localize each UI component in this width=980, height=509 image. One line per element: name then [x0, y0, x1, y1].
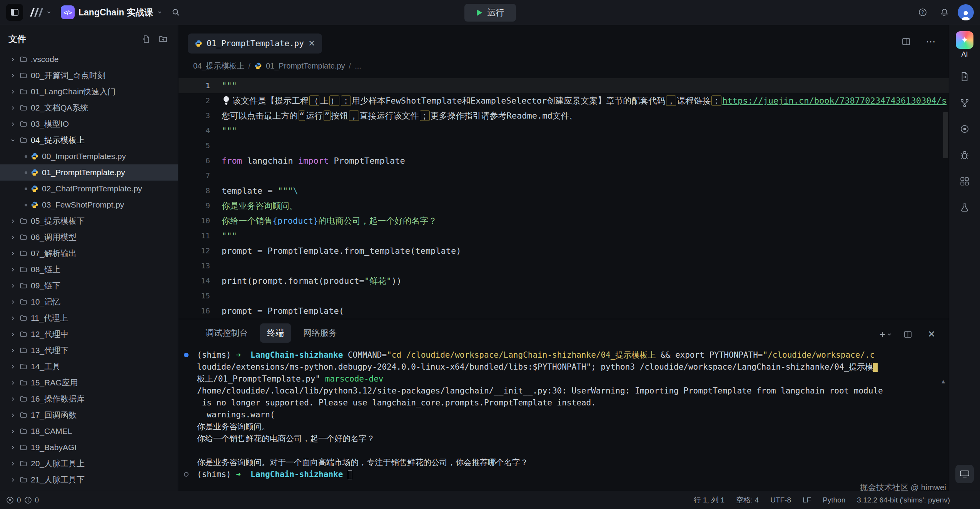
preview-icon[interactable]: [957, 121, 973, 137]
chevron-right-icon[interactable]: [10, 234, 16, 240]
code-line-11[interactable]: 11""": [179, 228, 949, 243]
tree-folder-16_操作数据库[interactable]: 16_操作数据库: [0, 391, 178, 407]
code-line-16[interactable]: 16prompt = PromptTemplate(: [179, 303, 949, 318]
close-panel-button[interactable]: ✕: [923, 326, 940, 342]
tree-folder-04_提示模板上[interactable]: 04_提示模板上: [0, 132, 178, 148]
split-terminal-button[interactable]: [900, 326, 916, 342]
code-line-7[interactable]: 7: [179, 168, 949, 183]
tree-folder-07_解析输出[interactable]: 07_解析输出: [0, 245, 178, 261]
editor-tab-prompttemplate[interactable]: 01_PromptTemplate.py ✕: [188, 33, 322, 54]
chevron-right-icon[interactable]: [10, 73, 16, 79]
breadcrumb-folder[interactable]: 04_提示模板上: [193, 61, 244, 71]
line-number[interactable]: 7: [179, 168, 222, 183]
line-number[interactable]: 4: [179, 123, 222, 138]
line-number[interactable]: 14: [179, 273, 222, 288]
code-line-1[interactable]: 1""": [179, 78, 949, 93]
line-number[interactable]: 16: [179, 303, 222, 318]
chevron-right-icon[interactable]: [10, 380, 16, 386]
chevron-right-icon[interactable]: [10, 105, 16, 111]
code-editor[interactable]: 1"""2该文件是【提示工程（上）：用少样本FewShotTemplate和Ex…: [179, 75, 949, 319]
code-line-15[interactable]: 15: [179, 288, 949, 303]
chevron-right-icon[interactable]: [10, 251, 16, 256]
tree-folder-12_代理中[interactable]: 12_代理中: [0, 326, 178, 342]
line-number[interactable]: 12: [179, 243, 222, 258]
tree-folder-06_调用模型[interactable]: 06_调用模型: [0, 229, 178, 245]
chevron-right-icon[interactable]: [10, 412, 16, 418]
goto-file-icon[interactable]: [957, 69, 973, 85]
tree-folder-03_模型IO[interactable]: 03_模型IO: [0, 116, 178, 132]
line-number[interactable]: 11: [179, 228, 222, 243]
bug-icon[interactable]: [957, 147, 973, 163]
code-line-13[interactable]: 13: [179, 258, 949, 273]
tree-folder-15_RAG应用[interactable]: 15_RAG应用: [0, 375, 178, 391]
chevron-down-icon[interactable]: [10, 137, 16, 143]
chevron-right-icon[interactable]: [10, 267, 16, 273]
problems-indicator[interactable]: 0 0: [0, 496, 39, 504]
sidebar-toggle-button[interactable]: [6, 4, 23, 21]
terminal[interactable]: ▲ (shims) ➜ LangChain-shizhanke COMMAND=…: [179, 347, 949, 481]
run-button[interactable]: 运行: [464, 4, 516, 22]
line-number[interactable]: 9: [179, 198, 222, 213]
line-number[interactable]: 6: [179, 153, 222, 168]
code-line-6[interactable]: 6from langchain import PromptTemplate: [179, 153, 949, 168]
new-file-button[interactable]: [139, 32, 153, 46]
tree-folder-00_开篇词_奇点时刻[interactable]: 00_开篇词_奇点时刻: [0, 67, 178, 84]
app-logo-menu[interactable]: [28, 7, 52, 18]
line-number[interactable]: 5: [179, 138, 222, 153]
apps-grid-icon[interactable]: [957, 173, 973, 189]
tab-terminal[interactable]: 终端: [260, 323, 291, 343]
statusbar-item[interactable]: 空格: 4: [736, 495, 759, 505]
tree-folder-08_链上[interactable]: 08_链上: [0, 261, 178, 278]
virtual-keyboard-button[interactable]: [955, 465, 974, 483]
statusbar-item[interactable]: UTF-8: [770, 496, 791, 504]
code-line-12[interactable]: 12prompt = PromptTemplate.from_template(…: [179, 243, 949, 258]
notifications-button[interactable]: [936, 4, 952, 20]
statusbar-item[interactable]: 行 1, 列 1: [694, 495, 725, 505]
chevron-right-icon[interactable]: [10, 429, 16, 434]
line-number[interactable]: 1: [179, 78, 222, 93]
tree-file-00_ImportTemplates.py[interactable]: 00_ImportTemplates.py: [0, 148, 178, 164]
more-actions-button[interactable]: ⋯: [923, 33, 939, 50]
workspace-switcher[interactable]: </> LangChain 实战课: [61, 5, 162, 19]
code-line-5[interactable]: 5: [179, 138, 949, 153]
line-number[interactable]: 15: [179, 288, 222, 303]
code-line-8[interactable]: 8template = """\: [179, 183, 949, 198]
tree-folder-17_回调函数[interactable]: 17_回调函数: [0, 407, 178, 423]
chevron-right-icon[interactable]: [10, 396, 16, 402]
line-number[interactable]: 2: [179, 93, 222, 108]
statusbar-item[interactable]: LF: [803, 496, 811, 504]
tree-folder-05_提示模板下[interactable]: 05_提示模板下: [0, 213, 178, 229]
chevron-right-icon[interactable]: [10, 461, 16, 467]
line-number[interactable]: 3: [179, 108, 222, 123]
chevron-right-icon[interactable]: [10, 218, 16, 224]
tree-folder-18_CAMEL[interactable]: 18_CAMEL: [0, 423, 178, 439]
line-number[interactable]: 13: [179, 258, 222, 273]
breadcrumb-file[interactable]: 01_PromptTemplate.py: [266, 62, 345, 70]
search-button[interactable]: [168, 4, 184, 20]
tree-folder-09_链下[interactable]: 09_链下: [0, 278, 178, 294]
code-line-4[interactable]: 4""": [179, 123, 949, 138]
code-line-9[interactable]: 9你是业务咨询顾问。: [179, 198, 949, 213]
tree-folder-02_文档QA系统[interactable]: 02_文档QA系统: [0, 100, 178, 116]
close-tab-icon[interactable]: ✕: [308, 39, 315, 48]
chevron-right-icon[interactable]: [10, 89, 16, 95]
chevron-right-icon[interactable]: [10, 364, 16, 370]
ai-assistant-button[interactable]: ✦: [956, 31, 973, 49]
chevron-right-icon[interactable]: [10, 445, 16, 450]
lightbulb-icon[interactable]: [222, 95, 231, 105]
line-number[interactable]: 8: [179, 183, 222, 198]
tree-folder-.vscode[interactable]: .vscode: [0, 51, 178, 67]
help-button[interactable]: ?: [915, 4, 931, 20]
code-line-10[interactable]: 10你给一个销售{product}的电商公司，起一个好的名字？: [179, 213, 949, 228]
split-editor-button[interactable]: [898, 33, 914, 50]
chevron-right-icon[interactable]: [10, 57, 16, 62]
tree-folder-20_人脉工具上[interactable]: 20_人脉工具上: [0, 455, 178, 472]
chevron-right-icon[interactable]: [10, 315, 16, 321]
chevron-right-icon[interactable]: [10, 332, 16, 337]
code-line-3[interactable]: 3您可以点击最上方的“运行”按钮，直接运行该文件；更多操作指引请参考Readme…: [179, 108, 949, 123]
new-terminal-button[interactable]: +: [880, 326, 892, 342]
chevron-right-icon[interactable]: [10, 299, 16, 305]
chevron-right-icon[interactable]: [10, 348, 16, 353]
flask-icon[interactable]: [957, 199, 973, 216]
user-avatar[interactable]: [958, 4, 974, 20]
